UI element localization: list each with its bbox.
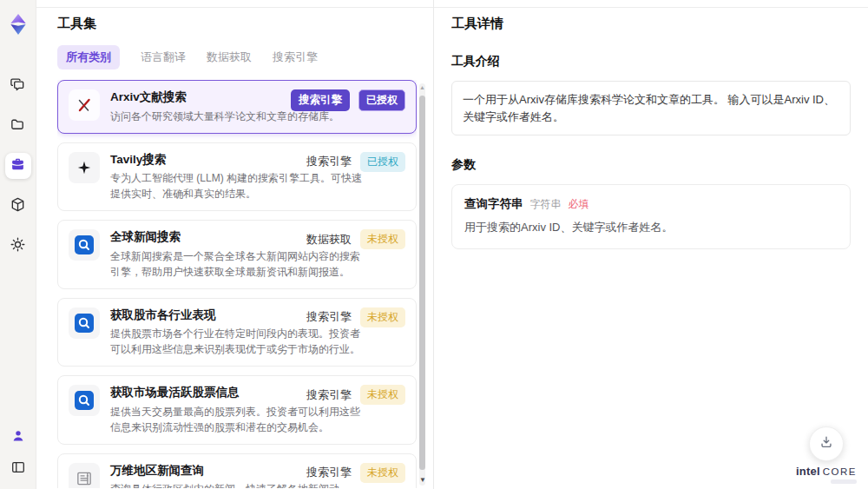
tool-badges: 搜索引擎未授权 [306,385,405,405]
tool-status-badge[interactable]: 已授权 [358,89,405,111]
intro-heading: 工具介绍 [451,54,851,69]
tool-category-badge: 搜索引擎 [306,387,352,403]
tool-intro-box: 一个用于从Arxiv存储库搜索科学论文和文章的工具。 输入可以是Arxiv ID… [451,81,851,135]
tool-status-badge: 未授权 [360,229,405,249]
intel-core-logo: intelCORE [796,466,857,484]
tool-description: 全球新闻搜索是一个聚合全球各大新闻网站内容的搜索引擎，帮助用户快速获取全球最新资… [110,248,362,280]
scroll-up-arrow[interactable]: ▲ [419,84,425,90]
chat-icon [10,76,26,96]
folder-icon [10,116,26,136]
blue-search-app-icon [69,229,100,261]
sidebar-item-user-avatar[interactable] [7,426,30,449]
page-title: 工具集 [57,16,433,32]
sidebar-item-package[interactable] [5,193,31,219]
scroll-down-arrow[interactable]: ▼ [419,477,425,484]
tool-badges: 搜索引擎已授权 [306,152,405,172]
tool-card[interactable]: 获取股市各行业表现提供股票市场各个行业在特定时间段内的表现。投资者可以利用这些信… [57,298,417,367]
sidebar-item-folder[interactable] [5,113,31,139]
blue-search-app-icon [69,385,100,416]
blue-search-app-icon [69,307,100,339]
sidebar-item-collapse-panel[interactable] [7,458,30,480]
tool-card[interactable]: 获取市场最活跃股票信息提供当天交易量最高的股票列表。投资者可以利用这些信息来识别… [57,375,417,445]
tool-status-badge: 未授权 [360,307,405,327]
scrollbar-thumb[interactable] [419,96,425,470]
param-required-badge: 必填 [569,197,589,212]
sidebar [0,0,36,489]
tab-1[interactable]: 语言翻译 [141,45,186,69]
user-avatar-icon [10,428,26,447]
intel-badge-sub [831,479,857,484]
param-description: 用于搜索的Arxiv ID、关键字或作者姓名。 [464,220,838,235]
param-head: 查询字符串 字符串 必填 [464,196,838,212]
app-root: 工具集 所有类别语言翻译数据获取搜索引擎 Arxiv文献搜索访问各个研究领域大量… [0,0,868,489]
tool-card[interactable]: Tavily搜索专为人工智能代理 (LLM) 构建的搜索引擎工具。可快速提供实时… [57,142,417,212]
tool-badges: 搜索引擎未授权 [306,463,405,483]
tool-status-badge: 已授权 [360,152,405,172]
gem-logo-icon [6,12,30,36]
sidebar-nav [5,73,31,259]
package-icon [10,196,26,216]
tool-category-badge: 搜索引擎 [306,309,352,325]
tool-card[interactable]: 全球新闻搜索全球新闻搜索是一个聚合全球各大新闻网站内容的搜索引擎，帮助用户快速获… [57,220,417,289]
settings-gear-icon [10,236,26,256]
tool-badges: 搜索引擎已授权 [291,89,405,111]
param-card: 查询字符串 字符串 必填 用于搜索的Arxiv ID、关键字或作者姓名。 [451,184,851,249]
arxiv-logo-icon [69,89,100,121]
tool-category-badge[interactable]: 搜索引擎 [291,89,350,111]
tab-0-active[interactable]: 所有类别 [57,45,120,69]
tab-2[interactable]: 数据获取 [207,45,252,69]
tool-description: 专为人工智能代理 (LLM) 构建的搜索引擎工具。可快速提供实时、准确和真实的结… [110,170,362,202]
toolbox-icon [10,156,26,176]
tool-category-badge: 搜索引擎 [306,465,352,480]
sidebar-item-chat[interactable] [5,73,31,99]
sidebar-item-toolbox[interactable] [5,153,31,179]
floating-corner: intelCORE [796,426,857,484]
tab-3[interactable]: 搜索引擎 [273,45,318,69]
tool-card[interactable]: Arxiv文献搜索访问各个研究领域大量科学论文和文章的存储库。搜索引擎已授权 [57,80,417,134]
tool-badges: 搜索引擎未授权 [306,307,405,327]
scrollbar[interactable]: ▲ ▼ [419,83,425,486]
newspaper-icon [69,463,100,488]
params-heading: 参数 [451,157,851,173]
tool-detail-panel: 工具详情 工具介绍 一个用于从Arxiv存储库搜索科学论文和文章的工具。 输入可… [434,0,868,489]
tool-status-badge: 未授权 [360,385,405,405]
tool-category-badge: 搜索引擎 [306,154,352,169]
tool-description: 提供当天交易量最高的股票列表。投资者可以利用这些信息来识别流动性强的股票和潜在的… [110,404,362,435]
tavily-star-icon [69,152,100,183]
download-icon [819,434,834,453]
tool-description: 提供股票市场各个行业在特定时间段内的表现。投资者可以利用这些信息来识别表现优于或… [110,326,362,357]
param-name: 查询字符串 [464,196,523,212]
param-type: 字符串 [530,197,562,212]
category-tabs: 所有类别语言翻译数据获取搜索引擎 [57,45,433,69]
tool-category-badge: 数据获取 [306,232,352,248]
tool-list: Arxiv文献搜索访问各个研究领域大量科学论文和文章的存储库。搜索引擎已授权Ta… [57,80,417,488]
sidebar-bottom [7,426,30,480]
collapse-panel-icon [10,459,26,479]
detail-title: 工具详情 [451,16,851,32]
download-button[interactable] [809,426,844,461]
tool-badges: 数据获取未授权 [306,229,405,249]
tool-status-badge: 未授权 [360,463,405,483]
tool-card[interactable]: 万维地区新闻查询查询具体行政区划内的新闻，快速了解各地新闻动搜索引擎未授权 [57,453,417,488]
sidebar-item-settings-gear[interactable] [5,233,31,259]
tools-panel: 工具集 所有类别语言翻译数据获取搜索引擎 Arxiv文献搜索访问各个研究领域大量… [36,0,434,489]
